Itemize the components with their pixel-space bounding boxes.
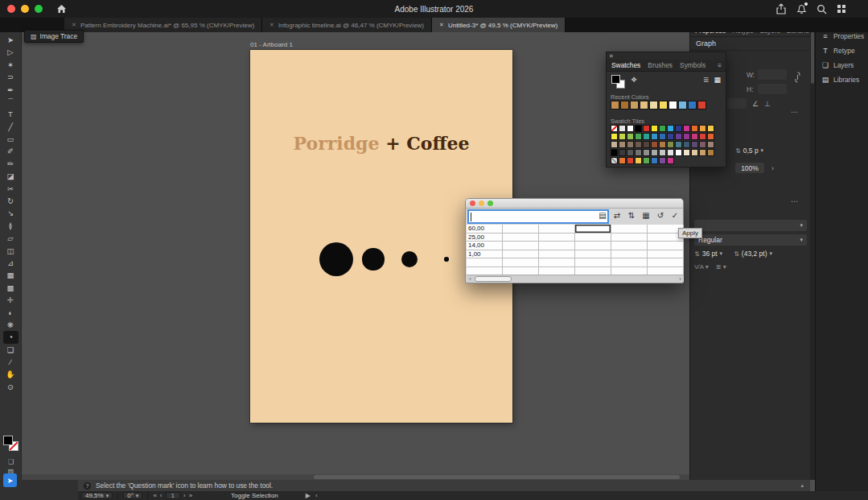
- flip-horizontal-icon[interactable]: ∠: [752, 100, 759, 108]
- draw-normal-icon[interactable]: ❑: [8, 458, 14, 465]
- direct-selection-tool[interactable]: ▷: [3, 46, 19, 58]
- search-icon[interactable]: [816, 3, 827, 14]
- zoom-window-button[interactable]: [487, 200, 493, 206]
- color-swatch[interactable]: [635, 133, 642, 140]
- apps-grid-icon[interactable]: [836, 3, 847, 14]
- color-swatch[interactable]: [675, 125, 682, 132]
- revert-icon[interactable]: ↺: [656, 211, 665, 220]
- cell-entry-field[interactable]: [467, 209, 609, 224]
- color-swatch[interactable]: [691, 125, 698, 132]
- color-swatch[interactable]: [659, 141, 666, 148]
- rotate-tool[interactable]: ↻: [3, 195, 19, 207]
- color-swatch[interactable]: [667, 141, 674, 148]
- recent-color-swatch[interactable]: [668, 101, 677, 110]
- swatches-tab-swatches[interactable]: Swatches: [611, 61, 640, 69]
- color-swatch[interactable]: [627, 149, 634, 156]
- graph-cell[interactable]: [503, 242, 539, 250]
- tracking-icon[interactable]: ≣ ▾: [716, 263, 726, 271]
- pie-circle[interactable]: [319, 242, 353, 276]
- graph-cell[interactable]: 14,00: [467, 242, 503, 250]
- color-swatch[interactable]: [667, 149, 674, 156]
- color-swatch[interactable]: [675, 141, 682, 148]
- chevron-down-icon[interactable]: ▾: [769, 250, 772, 257]
- import-data-icon[interactable]: ▤: [598, 211, 607, 220]
- font-size-value[interactable]: 36 pt: [702, 250, 718, 258]
- grid-view-icon[interactable]: ▦: [714, 76, 721, 84]
- color-swatch[interactable]: [667, 125, 674, 132]
- rotate-field[interactable]: [727, 98, 747, 109]
- width-tool[interactable]: ≬: [3, 220, 19, 232]
- mesh-tool[interactable]: ▦: [3, 269, 19, 281]
- color-swatch[interactable]: [627, 125, 634, 132]
- graph-cell[interactable]: 60,00: [467, 225, 503, 233]
- transform-more-options-button[interactable]: ⋯: [791, 108, 799, 116]
- color-swatch[interactable]: [619, 141, 626, 148]
- color-swatch[interactable]: [659, 149, 666, 156]
- font-size-stepper-icon[interactable]: ⇅: [694, 250, 700, 258]
- pie-circle[interactable]: [362, 248, 384, 270]
- list-view-icon[interactable]: ≣: [703, 76, 710, 84]
- graph-cell[interactable]: [648, 250, 684, 259]
- color-swatch[interactable]: [683, 133, 690, 140]
- graph-cell[interactable]: [539, 258, 575, 267]
- pen-tool[interactable]: ✒: [3, 84, 19, 96]
- switch-xy-icon[interactable]: ⇅: [627, 211, 636, 220]
- color-swatch[interactable]: [611, 141, 618, 148]
- swatch-kinds-icon[interactable]: ❖: [631, 76, 637, 84]
- graph-window-titlebar[interactable]: [466, 199, 683, 209]
- color-swatch[interactable]: [643, 133, 650, 140]
- recent-color-swatch[interactable]: [678, 101, 687, 110]
- rail-item-libraries[interactable]: ▤Libraries: [816, 72, 868, 87]
- graph-cell[interactable]: [539, 242, 575, 250]
- graph-cell[interactable]: [503, 225, 539, 233]
- artboard-number-field[interactable]: 1: [166, 492, 180, 499]
- kerning-icon[interactable]: V∕A ▾: [694, 263, 709, 271]
- document-tab[interactable]: ✕Infographic timeline.ai @ 46,47 % (CMYK…: [262, 18, 432, 32]
- graph-cell[interactable]: [539, 233, 575, 242]
- graph-cell[interactable]: [503, 233, 539, 242]
- curvature-tool[interactable]: ⌒: [3, 96, 19, 108]
- color-swatch[interactable]: [707, 133, 714, 140]
- rail-item-retype[interactable]: TRetype: [816, 43, 868, 58]
- cell-style-icon[interactable]: ▦: [641, 211, 651, 220]
- color-swatch[interactable]: [611, 157, 618, 164]
- swatches-tab-brushes[interactable]: Brushes: [648, 61, 673, 69]
- share-icon[interactable]: [775, 3, 787, 14]
- hand-tool[interactable]: ✋: [3, 369, 19, 381]
- tab-close-icon[interactable]: ✕: [439, 22, 444, 28]
- graph-cell[interactable]: [575, 242, 611, 250]
- magic-wand-tool[interactable]: ✶: [3, 59, 19, 71]
- color-swatch[interactable]: [643, 157, 650, 164]
- flip-vertical-icon[interactable]: ⊥: [764, 100, 771, 108]
- color-swatch[interactable]: [627, 133, 634, 140]
- apply-icon[interactable]: ✓: [670, 211, 680, 220]
- scale-tool[interactable]: ↘: [3, 207, 19, 219]
- recent-color-swatch[interactable]: [630, 101, 639, 110]
- scrollbar-thumb[interactable]: [811, 27, 814, 84]
- play-icon[interactable]: ▶: [306, 492, 311, 499]
- tab-close-icon[interactable]: ✕: [269, 22, 274, 28]
- color-swatch[interactable]: [691, 141, 698, 148]
- color-swatch[interactable]: [683, 125, 690, 132]
- scrollbar-thumb[interactable]: [314, 475, 680, 479]
- paintbrush-tool[interactable]: ✐: [3, 146, 19, 158]
- zoom-select[interactable]: 49,5% ▾: [81, 492, 113, 499]
- perspective-grid-tool[interactable]: ⊿: [3, 257, 19, 269]
- color-swatch[interactable]: [659, 157, 666, 164]
- color-swatch[interactable]: [611, 149, 618, 156]
- color-swatch[interactable]: [651, 125, 658, 132]
- color-swatch[interactable]: [675, 133, 682, 140]
- graph-cell[interactable]: [539, 250, 575, 259]
- color-swatch[interactable]: [635, 141, 642, 148]
- graph-cell[interactable]: [575, 250, 611, 259]
- notifications-bell-icon[interactable]: [796, 3, 807, 14]
- color-swatch[interactable]: [627, 157, 634, 164]
- color-swatch[interactable]: [611, 125, 618, 132]
- color-swatch[interactable]: [635, 149, 642, 156]
- recent-color-swatch[interactable]: [659, 101, 668, 110]
- close-panel-icon[interactable]: ✕: [609, 53, 614, 60]
- fill-stroke-widget[interactable]: [3, 436, 21, 453]
- color-swatch[interactable]: [659, 133, 666, 140]
- document-tab[interactable]: ✕Pattern Embroidery Machine.ai* @ 65,95 …: [64, 18, 262, 32]
- shape-builder-tool[interactable]: ◫: [3, 245, 19, 257]
